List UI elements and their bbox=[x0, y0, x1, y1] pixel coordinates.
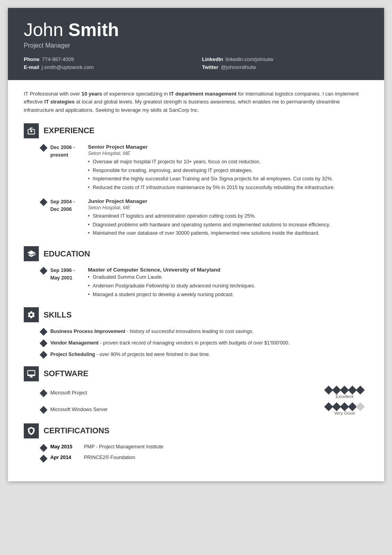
phone-label: Phone bbox=[24, 56, 40, 62]
bullet-item: Diagnosed problems with hardware and ope… bbox=[88, 221, 368, 229]
phone-value: 774-987-4009 bbox=[42, 56, 74, 62]
experience-icon bbox=[24, 123, 39, 138]
email-label: E-mail bbox=[24, 64, 39, 70]
experience-title: EXPERIENCE bbox=[44, 126, 95, 135]
edu-details-1: Master of Computer Science, University o… bbox=[88, 267, 368, 299]
software-section: SOFTWARE Microsoft Project bbox=[24, 366, 368, 415]
software-name-1: Microsoft Project bbox=[50, 390, 321, 396]
software-icon bbox=[24, 366, 39, 381]
linkedin-label: LinkedIn bbox=[202, 56, 223, 62]
bullet-item: Streamlined IT logistics and administrat… bbox=[88, 212, 368, 220]
bullet-item: Implemented the highly successful Lean T… bbox=[88, 175, 368, 183]
bullets-1: Oversaw all major hospital IT projects f… bbox=[88, 158, 368, 191]
bullets-2: Streamlined IT logistics and administrat… bbox=[88, 212, 368, 237]
summary-section: IT Professional with over 10 years of ex… bbox=[24, 90, 368, 115]
last-name: Smith bbox=[69, 19, 119, 40]
briefcase-icon bbox=[27, 126, 36, 135]
edu-bullets-1: Graduated Summa Cum Laude. Andersen Post… bbox=[88, 274, 368, 298]
skills-section: SKILLS Business Process Improvement - hi… bbox=[24, 307, 368, 358]
software-item-1: Microsoft Project Excellent bbox=[44, 387, 368, 399]
bullet-diamond bbox=[40, 455, 48, 463]
experience-entry-2: Sep 2004 -Dec 2006 Junior Project Manage… bbox=[44, 198, 368, 238]
certifications-content: May 2015 PMP - Project Management Instit… bbox=[24, 444, 368, 461]
cert-name-2: PRINCE2® Foundation bbox=[84, 455, 135, 460]
cert-item-1: May 2015 PMP - Project Management Instit… bbox=[44, 444, 368, 451]
linkedin-value: linkedin.com/johnutw bbox=[225, 56, 273, 62]
education-title: EDUCATION bbox=[44, 249, 90, 258]
software-rating-1: Excellent bbox=[321, 387, 368, 399]
skill-item-2: Vendor Management - proven track record … bbox=[44, 339, 368, 347]
job-title-1: Senior Project Manager bbox=[88, 144, 368, 150]
twitter-contact: Twitter @johnsmithutw bbox=[202, 64, 368, 70]
software-name-2: Microsoft Windows Server bbox=[50, 407, 321, 412]
experience-section: EXPERIENCE Dec 2006 -present Senior Proj… bbox=[24, 123, 368, 238]
job-title: Project Manager bbox=[24, 42, 368, 49]
entry-date-2: Sep 2004 -Dec 2006 bbox=[50, 198, 88, 238]
bullet-item: Reduced the costs of IT infrastructure m… bbox=[88, 184, 368, 191]
email-value: j.smith@uptowork.com bbox=[42, 64, 94, 70]
full-name: John Smith bbox=[24, 20, 368, 40]
header-section: John Smith Project Manager Phone 774-987… bbox=[8, 8, 384, 80]
experience-entry-1: Dec 2006 -present Senior Project Manager… bbox=[44, 144, 368, 193]
bullet-diamond bbox=[40, 444, 48, 452]
monitor-icon bbox=[27, 369, 36, 378]
software-header: SOFTWARE bbox=[24, 366, 368, 381]
degree-title-1: Master of Computer Science, University o… bbox=[88, 267, 368, 273]
phone-contact: Phone 774-987-4009 bbox=[24, 56, 190, 62]
dot-filled bbox=[356, 385, 365, 394]
education-content: Sep 1996 -May 2001 Master of Computer Sc… bbox=[24, 267, 368, 299]
certifications-section: CERTIFICATIONS May 2015 PMP - Project Ma… bbox=[24, 423, 368, 461]
bullet-diamond bbox=[40, 328, 48, 336]
rating-label-1: Excellent bbox=[336, 394, 354, 399]
software-rating-2: Very Good bbox=[321, 404, 368, 415]
rating-dots-2 bbox=[325, 404, 363, 410]
twitter-value: @johnsmithutw bbox=[221, 64, 256, 70]
bullet-diamond bbox=[40, 389, 48, 397]
skills-content: Business Process Improvement - history o… bbox=[24, 328, 368, 358]
skill-item-1: Business Process Improvement - history o… bbox=[44, 328, 368, 335]
experience-header: EXPERIENCE bbox=[24, 123, 368, 138]
skills-title: SKILLS bbox=[44, 310, 72, 320]
skills-header: SKILLS bbox=[24, 307, 368, 322]
bullet-diamond bbox=[40, 144, 48, 152]
skill-text-1: Business Process Improvement - history o… bbox=[50, 328, 253, 335]
entry-details-1: Senior Project Manager Seton Hospital, M… bbox=[88, 144, 368, 193]
entry-details-2: Junior Project Manager Seton Hospital, M… bbox=[88, 198, 368, 238]
twitter-label: Twitter bbox=[202, 64, 219, 70]
certificate-icon bbox=[27, 427, 36, 435]
certifications-icon bbox=[24, 423, 39, 438]
first-name: John bbox=[24, 19, 63, 40]
bullet-item: Responsible for creating, improving, and… bbox=[88, 167, 368, 174]
bullet-item: Oversaw all major hospital IT projects f… bbox=[88, 158, 368, 166]
bullet-item: Graduated Summa Cum Laude. bbox=[88, 274, 368, 281]
company-2: Seton Hospital, ME bbox=[88, 205, 368, 211]
education-section: EDUCATION Sep 1996 -May 2001 Master of C… bbox=[24, 246, 368, 299]
body-section: IT Professional with over 10 years of ex… bbox=[8, 80, 384, 481]
certifications-header: CERTIFICATIONS bbox=[24, 423, 368, 438]
bullet-diamond bbox=[40, 198, 48, 206]
bullet-diamond bbox=[40, 351, 48, 359]
skill-text-2: Vendor Management - proven track record … bbox=[50, 339, 289, 347]
experience-content: Dec 2006 -present Senior Project Manager… bbox=[24, 144, 368, 238]
bullet-diamond bbox=[40, 267, 48, 275]
company-1: Seton Hospital, ME bbox=[88, 151, 368, 156]
skill-item-3: Project Scheduling - over 90% of project… bbox=[44, 351, 368, 358]
linkedin-contact: LinkedIn linkedin.com/johnutw bbox=[202, 56, 368, 62]
cert-date-2: Apr 2014 bbox=[50, 455, 84, 460]
edu-date-1: Sep 1996 -May 2001 bbox=[50, 267, 88, 299]
rating-label-2: Very Good bbox=[334, 411, 355, 415]
entry-date-1: Dec 2006 -present bbox=[50, 144, 88, 193]
bullet-diamond bbox=[40, 406, 48, 414]
rating-dots-1 bbox=[325, 387, 363, 393]
education-entry-1: Sep 1996 -May 2001 Master of Computer Sc… bbox=[44, 267, 368, 299]
bullet-diamond bbox=[40, 339, 48, 347]
resume: John Smith Project Manager Phone 774-987… bbox=[8, 8, 384, 481]
dot-empty bbox=[356, 402, 365, 411]
education-header: EDUCATION bbox=[24, 246, 368, 261]
software-item-2: Microsoft Windows Server Very Good bbox=[44, 404, 368, 415]
cert-item-2: Apr 2014 PRINCE2® Foundation bbox=[44, 455, 368, 461]
software-content: Microsoft Project Excellent bbox=[24, 387, 368, 415]
email-contact: E-mail j.smith@uptowork.com bbox=[24, 64, 190, 70]
software-title: SOFTWARE bbox=[44, 369, 88, 378]
certifications-title: CERTIFICATIONS bbox=[44, 426, 109, 435]
